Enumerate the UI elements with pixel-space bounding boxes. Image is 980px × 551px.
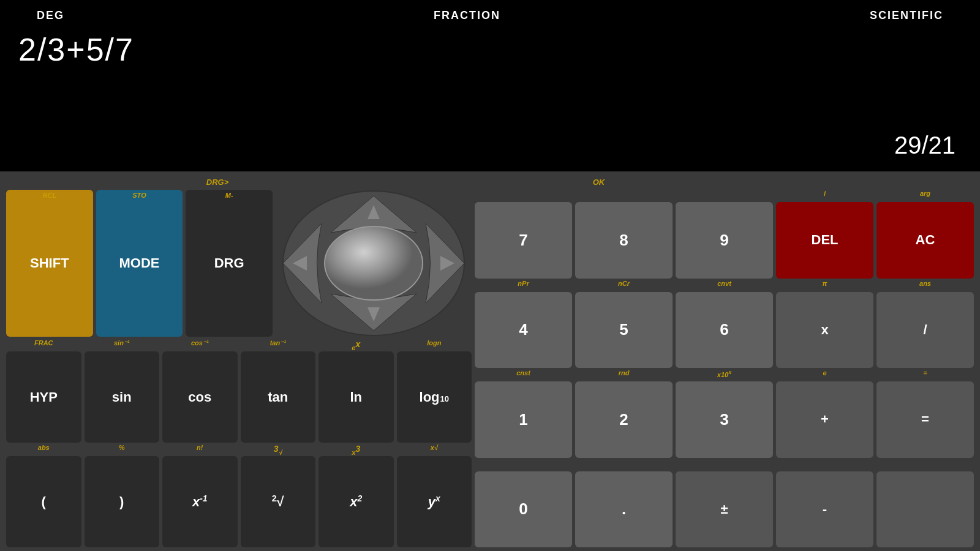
- num9-button[interactable]: 9: [676, 202, 773, 279]
- drg-label: DRG: [214, 255, 244, 271]
- nfact-top-label: n!: [162, 444, 238, 456]
- row-hyp-trig: HYP sin cos tan ln log10: [6, 351, 472, 443]
- ans-top-label: ans: [876, 280, 974, 292]
- dot-label: .: [622, 500, 626, 519]
- rnd-top-label: rnd: [575, 369, 673, 381]
- rparen-label: ): [119, 494, 124, 510]
- cos-label: cos: [188, 389, 211, 405]
- num6-button[interactable]: 6: [676, 292, 773, 369]
- sto-label: STO: [132, 192, 146, 199]
- x10x-top-label: x10x: [676, 369, 773, 381]
- nav-svg: [282, 190, 466, 337]
- ex-top-label: ex: [318, 339, 394, 351]
- num0-button[interactable]: 0: [475, 471, 572, 548]
- mul-label: x: [821, 322, 828, 338]
- num5-button[interactable]: 5: [575, 292, 673, 369]
- cnvt-top-label: cnvt: [676, 280, 773, 292]
- hyp-button[interactable]: HYP: [6, 351, 81, 443]
- sqrt2-label: 2√: [272, 493, 284, 510]
- num5-label: 5: [619, 320, 628, 339]
- mode-indicators: DEG FRACTION SCIENTIFIC: [12, 6, 968, 25]
- xinv-label: x-1: [192, 493, 208, 510]
- xsqrt-top-label: x√: [397, 444, 472, 456]
- x3-top-label: x3: [318, 444, 394, 456]
- sin-inv-top-label: sin⁻¹: [85, 339, 160, 351]
- cos-inv-top-label: cos⁻¹: [162, 339, 238, 351]
- div-button[interactable]: /: [876, 292, 974, 369]
- m-minus-label: M-: [225, 192, 233, 199]
- num9-label: 9: [720, 231, 728, 250]
- ac-label: AC: [916, 232, 935, 248]
- hyp-label: HYP: [30, 389, 58, 405]
- div-label: /: [923, 322, 927, 338]
- num4-button[interactable]: 4: [475, 292, 572, 369]
- log10-label: log10: [420, 389, 449, 405]
- x2-label: x2: [350, 493, 362, 510]
- ac-button[interactable]: AC: [876, 202, 974, 279]
- row-paren-powers: ( ) x-1 2√ x2 yx: [6, 456, 472, 547]
- add-button[interactable]: +: [776, 381, 873, 458]
- add-label: +: [821, 411, 829, 427]
- equals-label: =: [921, 411, 929, 427]
- lparen-button[interactable]: (: [6, 456, 81, 547]
- row-789-del-ac: 7 8 9 DEL AC: [475, 202, 974, 279]
- display-area: DEG FRACTION SCIENTIFIC 2/3+5/7 29/21: [0, 0, 980, 171]
- pi-top-label: π: [776, 280, 873, 292]
- sin-label: sin: [112, 389, 132, 405]
- plusminus-label: ±: [720, 501, 728, 517]
- cbrt-top-label: 3√: [241, 444, 316, 456]
- frac-top-label: FRAC: [6, 339, 81, 351]
- result-display: 29/21: [882, 126, 968, 165]
- num7-button[interactable]: 7: [475, 202, 572, 279]
- num1-label: 1: [519, 410, 527, 429]
- log10-button[interactable]: log10: [397, 351, 472, 443]
- expression-display: 2/3+5/7: [12, 25, 968, 74]
- ln-label: ln: [350, 389, 362, 405]
- row-0-dot-pm-minus: 0 . ± -: [475, 471, 974, 548]
- sin-button[interactable]: sin: [85, 351, 160, 443]
- tan-button[interactable]: tan: [241, 351, 316, 443]
- right-section: OK i arg 7 8: [475, 175, 974, 547]
- plusminus-button[interactable]: ±: [676, 471, 773, 548]
- minus-button[interactable]: -: [776, 471, 873, 548]
- row-shift-mode-drg: RCL SHIFT STO MODE M- DRG: [6, 190, 472, 337]
- yx-button[interactable]: yx: [397, 456, 472, 547]
- svg-point-5: [325, 227, 423, 300]
- mode-deg: DEG: [37, 9, 64, 22]
- xinv-button[interactable]: x-1: [162, 456, 238, 547]
- del-button[interactable]: DEL: [776, 202, 873, 279]
- cos-button[interactable]: cos: [162, 351, 238, 443]
- num3-button[interactable]: 3: [676, 381, 773, 458]
- sqrt2-button[interactable]: 2√: [241, 456, 316, 547]
- num7-label: 7: [519, 231, 527, 250]
- num1-button[interactable]: 1: [475, 381, 572, 458]
- rparen-button[interactable]: ): [85, 456, 160, 547]
- npr-top-label: nPr: [475, 280, 572, 292]
- mul-button[interactable]: x: [776, 292, 873, 369]
- shift-label: SHIFT: [30, 255, 69, 271]
- num2-label: 2: [619, 410, 628, 429]
- left-section: DRG> RCL SHIFT STO MODE M- DRG: [6, 175, 472, 547]
- equals-button[interactable]: =: [876, 381, 974, 458]
- equals-bottom-button[interactable]: [876, 471, 974, 548]
- mode-label: MODE: [119, 255, 160, 271]
- row-456-mul-div: 4 5 6 x /: [475, 292, 974, 369]
- shift-button[interactable]: RCL SHIFT: [6, 190, 93, 337]
- tan-label: tan: [268, 389, 288, 405]
- num2-button[interactable]: 2: [575, 381, 673, 458]
- i-top-label: i: [776, 190, 873, 202]
- arg-top-label: arg: [876, 190, 974, 202]
- e-top-label: e: [776, 369, 873, 381]
- ok-top-label: OK: [475, 178, 723, 187]
- num8-button[interactable]: 8: [575, 202, 673, 279]
- ln-button[interactable]: ln: [318, 351, 394, 443]
- drg-button[interactable]: M- DRG: [186, 190, 273, 337]
- x2-button[interactable]: x2: [318, 456, 394, 547]
- num3-label: 3: [720, 410, 728, 429]
- lparen-label: (: [42, 494, 46, 510]
- keyboard-main: DRG> RCL SHIFT STO MODE M- DRG: [6, 175, 974, 547]
- dot-button[interactable]: .: [575, 471, 673, 548]
- mode-button[interactable]: STO MODE: [96, 190, 183, 337]
- minus-label: -: [823, 501, 827, 517]
- num4-label: 4: [519, 320, 527, 339]
